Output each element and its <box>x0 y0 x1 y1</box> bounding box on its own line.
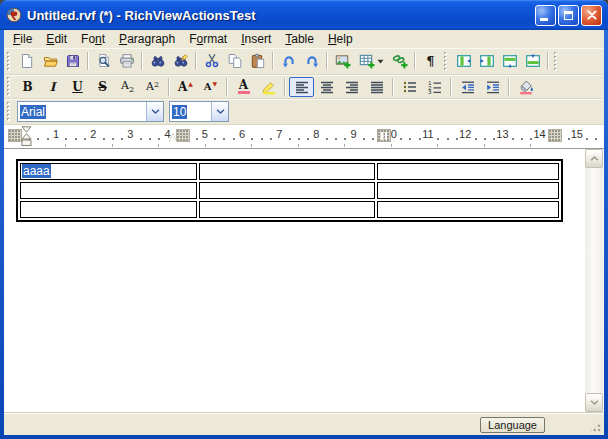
shrink-font-icon: A▼ <box>204 82 217 92</box>
menu-item-edit[interactable]: Edit <box>39 31 74 47</box>
italic-button[interactable]: I <box>40 77 65 97</box>
table-cell-r0c2[interactable] <box>377 163 559 180</box>
document-area[interactable]: aaaa <box>4 149 604 412</box>
table-insert-column-right-button[interactable] <box>475 50 498 72</box>
ruler-marker-cell-boundary-lines[interactable] <box>377 129 391 142</box>
menu-item-format[interactable]: Format <box>182 31 234 47</box>
table-cell-r2c0[interactable] <box>20 201 197 218</box>
paragraph-marks-button[interactable]: ¶ <box>419 50 442 72</box>
scroll-down-button[interactable] <box>585 393 603 412</box>
copy-button[interactable] <box>223 50 246 72</box>
decrease-indent-button[interactable] <box>455 77 480 97</box>
shrink-font-button[interactable]: A▼ <box>198 77 223 97</box>
menu-item-help[interactable]: Help <box>321 31 360 47</box>
menu-item-font[interactable]: Font <box>74 31 112 47</box>
vertical-scrollbar[interactable] <box>585 149 603 412</box>
indent-marker[interactable] <box>21 126 32 151</box>
ruler-tab-mark <box>530 144 531 147</box>
menu-item-insert[interactable]: Insert <box>234 31 278 47</box>
table-cell-r2c2[interactable] <box>377 201 559 218</box>
align-center-button[interactable] <box>314 77 339 97</box>
insert-picture-button[interactable] <box>331 50 354 72</box>
table-cell-r1c1[interactable] <box>199 182 376 199</box>
numbering-button[interactable]: 123 <box>422 77 447 97</box>
insert-picture-icon <box>335 53 351 69</box>
toolbar-grip[interactable] <box>7 52 11 71</box>
table-cell-r0c1[interactable] <box>199 163 376 180</box>
ruler-tick <box>196 138 198 140</box>
bold-button[interactable]: B <box>15 77 40 97</box>
font-color-button[interactable]: A <box>231 77 256 97</box>
subscript-button[interactable]: A2 <box>115 77 140 97</box>
ruler-marker-table-edge-block[interactable] <box>8 129 22 142</box>
font-name-dropdown-button[interactable] <box>146 102 163 121</box>
print-icon <box>119 53 135 69</box>
undo-button[interactable] <box>277 50 300 72</box>
table-cell-r0c0[interactable]: aaaa <box>20 163 197 180</box>
align-right-button[interactable] <box>339 77 364 97</box>
document-table[interactable]: aaaa <box>16 159 563 222</box>
app-icon[interactable] <box>6 7 22 23</box>
ruler-tab-mark <box>298 144 299 147</box>
table-cell-r2c1[interactable] <box>199 201 376 218</box>
ruler-number-12: 12 <box>459 129 471 140</box>
ruler[interactable]: 123456789101112131415 <box>4 125 604 149</box>
toolbar-grip[interactable] <box>7 102 11 121</box>
ruler-tick <box>149 138 151 140</box>
strikethrough-button[interactable]: S <box>90 77 115 97</box>
ruler-marker-cell-boundary-triangle[interactable] <box>176 129 190 142</box>
menu-item-paragraph[interactable]: Paragraph <box>112 31 182 47</box>
cut-button[interactable] <box>200 50 223 72</box>
close-button[interactable] <box>581 5 602 26</box>
font-name-combo[interactable]: Arial <box>17 101 164 122</box>
align-left-button[interactable] <box>289 77 314 97</box>
insert-table-button[interactable] <box>354 50 388 72</box>
toolbar-separator <box>284 78 286 96</box>
underline-button[interactable]: U <box>65 77 90 97</box>
table-cell-r1c2[interactable] <box>377 182 559 199</box>
decrease-indent-icon <box>460 79 476 95</box>
paste-button[interactable] <box>246 50 269 72</box>
table-insert-row-below-button[interactable] <box>521 50 544 72</box>
justify-button[interactable] <box>364 77 389 97</box>
table-cell-r1c0[interactable] <box>20 182 197 199</box>
language-button[interactable]: Language <box>480 417 545 433</box>
new-document-button[interactable] <box>15 50 38 72</box>
scroll-up-button[interactable] <box>585 149 603 168</box>
ruler-tick <box>335 138 337 140</box>
ruler-tick <box>233 138 235 140</box>
font-size-dropdown-button[interactable] <box>211 102 228 121</box>
find-replace-button[interactable] <box>169 50 192 72</box>
bullets-button[interactable] <box>397 77 422 97</box>
cell-boundary-line-icon <box>385 132 387 140</box>
maximize-button[interactable] <box>558 5 579 26</box>
table-insert-row-above-button[interactable] <box>498 50 521 72</box>
table-insert-column-left-icon <box>456 53 472 69</box>
grow-font-button[interactable]: A▲ <box>173 77 198 97</box>
titlebar[interactable]: Untitled.rvf (*) - RichViewActionsTest <box>0 0 608 30</box>
resize-grip[interactable] <box>589 420 602 433</box>
increase-indent-button[interactable] <box>480 77 505 97</box>
ruler-number-9: 9 <box>351 129 357 140</box>
subscript-icon: A2 <box>121 80 134 94</box>
table-insert-column-left-button[interactable] <box>452 50 475 72</box>
toolbar-grip[interactable] <box>444 52 448 71</box>
highlight-button[interactable] <box>256 77 281 97</box>
toolbar-grip[interactable] <box>554 52 558 71</box>
font-size-combo[interactable]: 10 <box>169 101 229 122</box>
print-button[interactable] <box>115 50 138 72</box>
insert-hyperlink-button[interactable] <box>388 50 411 72</box>
open-folder-button[interactable] <box>38 50 61 72</box>
menu-item-table[interactable]: Table <box>278 31 321 47</box>
toolbar-grip[interactable] <box>7 77 11 96</box>
minimize-icon <box>540 18 548 21</box>
print-preview-button[interactable] <box>92 50 115 72</box>
find-button[interactable] <box>146 50 169 72</box>
minimize-button[interactable] <box>535 5 556 26</box>
menu-item-file[interactable]: File <box>6 31 39 47</box>
redo-button[interactable] <box>300 50 323 72</box>
save-button[interactable] <box>61 50 84 72</box>
ruler-marker-cell-boundary-block[interactable] <box>548 129 562 142</box>
fill-color-button[interactable] <box>513 77 538 97</box>
superscript-button[interactable]: A2 <box>140 77 165 97</box>
